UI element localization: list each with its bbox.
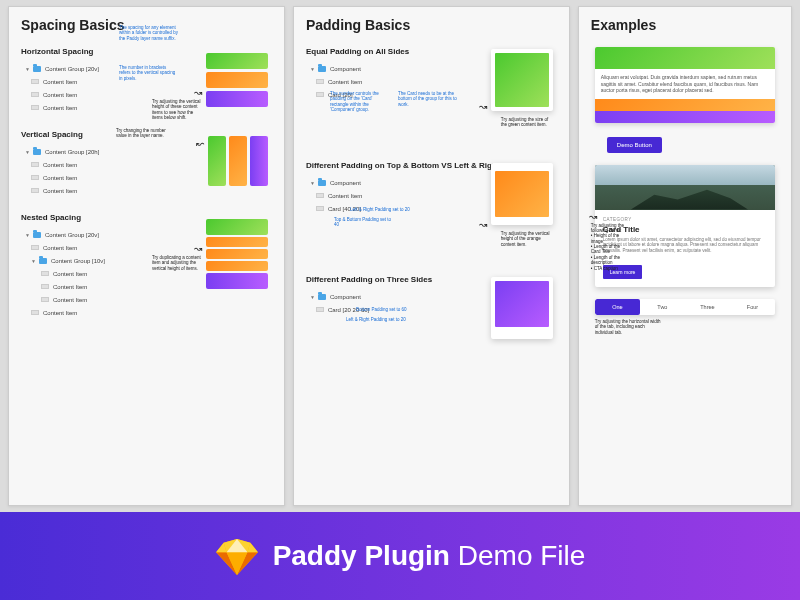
note-text: Left & Right Padding set to 20 bbox=[350, 207, 410, 212]
card-bar-purple bbox=[595, 111, 775, 123]
arrow-icon: ↝ bbox=[194, 87, 202, 98]
section-horizontal-spacing: Horizontal Spacing The spacing for any e… bbox=[21, 47, 272, 114]
folder-icon bbox=[318, 180, 326, 186]
layer-icon bbox=[41, 297, 49, 302]
arrow-icon: ↝ bbox=[589, 211, 597, 222]
layer-icon bbox=[316, 206, 324, 211]
disclosure-triangle-icon[interactable]: ▼ bbox=[25, 232, 33, 238]
note-text: The spacing for any element within a fol… bbox=[119, 25, 179, 41]
tip-text: Try changing the number value in the lay… bbox=[116, 128, 166, 139]
tab-four[interactable]: Four bbox=[730, 299, 775, 315]
section-equal-padding: Equal Padding on All Sides ▼Component Co… bbox=[306, 47, 557, 145]
footer-banner: Paddy Plugin Demo File bbox=[0, 512, 800, 600]
tab-bar: One Two Three Four bbox=[595, 299, 775, 315]
layer-icon bbox=[31, 92, 39, 97]
layer-icon bbox=[31, 188, 39, 193]
disclosure-triangle-icon[interactable]: ▼ bbox=[31, 258, 39, 264]
folder-icon bbox=[33, 232, 41, 238]
swatch-row bbox=[208, 136, 268, 186]
swatch-green[interactable] bbox=[206, 219, 268, 235]
disclosure-triangle-icon[interactable]: ▼ bbox=[25, 66, 33, 72]
disclosure-triangle-icon[interactable]: ▼ bbox=[25, 149, 33, 155]
tree-item[interactable]: Content Item bbox=[21, 293, 272, 306]
panel-examples: Examples Aliquam erat volutpat. Duis gra… bbox=[578, 6, 792, 506]
swatch-orange[interactable] bbox=[206, 261, 268, 271]
arrow-icon: ↝ bbox=[194, 243, 202, 254]
folder-icon bbox=[33, 149, 41, 155]
card-bar-orange bbox=[595, 99, 775, 111]
card-swatch-orange[interactable] bbox=[491, 163, 553, 225]
folder-icon bbox=[39, 258, 47, 264]
layer-icon bbox=[316, 307, 324, 312]
layer-icon bbox=[31, 175, 39, 180]
tab-one[interactable]: One bbox=[595, 299, 640, 315]
panel-title: Padding Basics bbox=[306, 17, 557, 33]
note-text: Left & Right Padding set to 20 bbox=[346, 317, 406, 322]
swatch-green[interactable] bbox=[208, 136, 226, 186]
swatch-purple[interactable] bbox=[250, 136, 268, 186]
layer-icon bbox=[316, 92, 324, 97]
arrow-icon: ↝ bbox=[479, 219, 487, 230]
card-body-text: Aliquam erat volutpat. Duis gravida inte… bbox=[595, 69, 775, 99]
swatch-purple[interactable] bbox=[206, 91, 268, 107]
note-text: The Card needs to be at the bottom of th… bbox=[398, 91, 458, 107]
card-swatch-green[interactable] bbox=[491, 49, 553, 111]
swatch-orange[interactable] bbox=[206, 249, 268, 259]
swatch-stack bbox=[206, 53, 268, 107]
swatch-purple[interactable] bbox=[206, 273, 268, 289]
layer-icon bbox=[31, 105, 39, 110]
disclosure-triangle-icon[interactable]: ▼ bbox=[310, 180, 318, 186]
tab-two[interactable]: Two bbox=[640, 299, 685, 315]
tab-three[interactable]: Three bbox=[685, 299, 730, 315]
arrow-icon: ↜ bbox=[196, 138, 204, 149]
note-text: The number in brackets refers to the ver… bbox=[119, 65, 179, 81]
panel-title: Examples bbox=[591, 17, 779, 33]
swatch-orange[interactable] bbox=[229, 136, 247, 186]
sketch-logo-icon bbox=[215, 537, 259, 575]
card-swatch-purple[interactable] bbox=[491, 277, 553, 339]
footer-title: Paddy Plugin Demo File bbox=[273, 540, 586, 572]
swatch-stack bbox=[206, 219, 268, 289]
section-different-padding: Different Padding on Top & Bottom VS Lef… bbox=[306, 161, 557, 259]
layer-icon bbox=[316, 193, 324, 198]
demo-button[interactable]: Demo Button bbox=[607, 137, 662, 153]
section-vertical-spacing: Vertical Spacing ▼Content Group [20h] Co… bbox=[21, 130, 272, 197]
layer-icon bbox=[31, 245, 39, 250]
tree-item[interactable]: Content Item bbox=[21, 306, 272, 319]
note-text: Top & Bottom Padding set to 40 bbox=[334, 217, 394, 228]
tip-text: Try adjusting the horizontal width of th… bbox=[595, 319, 665, 335]
arrow-icon: ↝ bbox=[479, 101, 487, 112]
example-card-stacked[interactable]: Aliquam erat volutpat. Duis gravida inte… bbox=[595, 47, 775, 123]
folder-icon bbox=[318, 294, 326, 300]
note-text: Bottom Padding set to 60 bbox=[356, 307, 407, 312]
section-three-sides-padding: Different Padding on Three Sides ▼Compon… bbox=[306, 275, 557, 316]
folder-icon bbox=[318, 66, 326, 72]
tip-text: Try adjusting the size of the green cont… bbox=[501, 117, 551, 128]
tip-text: Try adjusting the vertical height of the… bbox=[501, 231, 551, 247]
section-nested-spacing: Nested Spacing ▼Content Group [20v] Cont… bbox=[21, 213, 272, 319]
panel-padding: Padding Basics Equal Padding on All Side… bbox=[293, 6, 570, 506]
disclosure-triangle-icon[interactable]: ▼ bbox=[310, 66, 318, 72]
folder-icon bbox=[33, 66, 41, 72]
card-category: CATEGORY bbox=[603, 217, 767, 222]
tip-text: Try duplicating a content item and adjus… bbox=[152, 255, 202, 271]
note-text: The number controls the padding on the '… bbox=[330, 91, 390, 113]
layer-icon bbox=[316, 79, 324, 84]
layer-icon bbox=[31, 310, 39, 315]
layer-icon bbox=[31, 162, 39, 167]
disclosure-triangle-icon[interactable]: ▼ bbox=[310, 294, 318, 300]
card-bar-green bbox=[595, 47, 775, 69]
layer-icon bbox=[31, 79, 39, 84]
layer-icon bbox=[41, 271, 49, 276]
layer-icon bbox=[41, 284, 49, 289]
tip-text: Try adjusting the vertical height of the… bbox=[152, 99, 202, 121]
panel-spacing: Spacing Basics Horizontal Spacing The sp… bbox=[8, 6, 285, 506]
swatch-orange[interactable] bbox=[206, 72, 268, 88]
tip-text: Try adjusting the following items: • Hei… bbox=[591, 223, 631, 272]
swatch-orange[interactable] bbox=[206, 237, 268, 247]
swatch-green[interactable] bbox=[206, 53, 268, 69]
card-image bbox=[595, 165, 775, 210]
